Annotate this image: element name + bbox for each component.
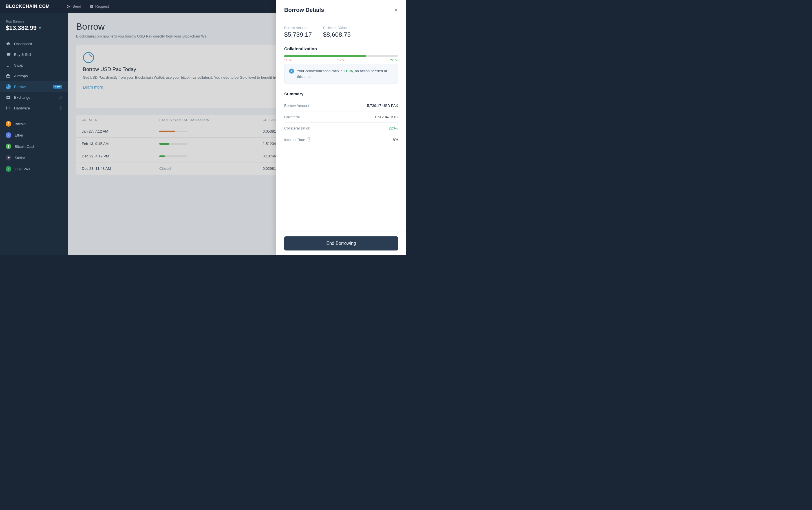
summary-interest-value: 8% <box>393 138 398 142</box>
row2-status <box>159 143 263 145</box>
row3-created: Dec 29, 4:19 PM <box>82 154 159 158</box>
panel-footer: End Borrowing <box>276 232 406 255</box>
sidebar: Total Balance $13,382.99 ▾ Dashboard Buy… <box>0 13 68 255</box>
summary-collat-label: Collateralization <box>284 126 310 130</box>
hardware-icon <box>6 106 11 111</box>
collateral-value-label: Collateral Value <box>323 26 351 30</box>
sidebar-item-bitcoin-cash[interactable]: $ Bitcoin Cash <box>0 141 68 152</box>
collateralization-section-title: Collateralization <box>284 46 398 51</box>
collat-bar-bg <box>284 55 398 57</box>
borrow-amount-block: Borrow Amount $5,739.17 <box>284 26 312 38</box>
summary-row-collateralization: Collateralization 220% <box>284 123 398 134</box>
detail-panel: Borrow Details ✕ Borrow Amount $5,739.17… <box>276 0 406 255</box>
summary-collat-value: 220% <box>389 126 398 130</box>
progress-bar-fill <box>159 143 169 145</box>
summary-borrow-value: 5,739.17 USD PAX <box>367 104 398 108</box>
col-status: Status / Collateralization <box>159 118 263 121</box>
balance-value: $13,382.99 ▾ <box>6 24 62 32</box>
sidebar-item-hardware[interactable]: Hardware ⓘ <box>0 103 68 113</box>
sidebar-item-usd-pax[interactable]: ○ USD PAX <box>0 163 68 175</box>
interest-help-icon[interactable]: ? <box>307 137 311 142</box>
progress-bar-fill <box>159 155 165 157</box>
bitcoin-cash-icon: $ <box>6 144 11 149</box>
summary-section-title: Summary <box>284 91 398 96</box>
hardware-info-icon: ⓘ <box>59 106 62 111</box>
swap-icon <box>6 63 11 68</box>
sidebar-item-stellar[interactable]: ✦ Stellar <box>0 152 68 163</box>
sidebar-item-swap[interactable]: Swap <box>0 60 68 70</box>
stellar-icon: ✦ <box>6 155 11 161</box>
amounts-row: Borrow Amount $5,739.17 Collateral Value… <box>284 26 398 38</box>
borrow-amount-value: $5,739.17 <box>284 31 312 38</box>
panel-header: Borrow Details ✕ <box>276 0 406 19</box>
sidebar-divider <box>0 116 68 116</box>
nav-divider <box>58 3 58 10</box>
send-button[interactable]: Send <box>67 4 81 8</box>
new-badge: NEW <box>53 85 62 89</box>
row1-created: Jan 27, 7:12 AM <box>82 129 159 134</box>
row4-created: Dec 23, 11:48 AM <box>82 166 159 171</box>
collat-ratio-value: 213% <box>343 69 353 73</box>
svg-point-0 <box>84 53 94 63</box>
collat-info-box: i Your collateralization ratio is 213%, … <box>284 64 398 84</box>
col-created: Created <box>82 118 159 121</box>
collateral-value-display: $8,608.75 <box>323 31 351 38</box>
collat-info-text: Your collateralization ratio is 213%, no… <box>297 68 393 79</box>
sidebar-item-exchange[interactable]: Exchange ⓘ <box>0 92 68 103</box>
promo-icon <box>83 52 94 63</box>
sidebar-item-dashboard[interactable]: Dashboard <box>0 38 68 49</box>
panel-title: Borrow Details <box>284 7 324 13</box>
main-layout: Total Balance $13,382.99 ▾ Dashboard Buy… <box>0 13 406 255</box>
sidebar-nav: Dashboard Buy & Sell Swap Airdrops <box>0 38 68 175</box>
sidebar-item-bitcoin[interactable]: ₿ Bitcoin <box>0 118 68 130</box>
row2-created: Feb 13, 9:45 AM <box>82 142 159 146</box>
close-button[interactable]: ✕ <box>394 8 398 13</box>
borrow-amount-label: Borrow Amount <box>284 26 312 30</box>
summary-collateral-value: 1.512047 BTC <box>374 115 398 119</box>
sidebar-item-buysell[interactable]: Buy & Sell <box>0 49 68 60</box>
end-borrowing-button[interactable]: End Borrowing <box>284 236 398 251</box>
send-icon <box>67 4 71 8</box>
cart-icon <box>6 52 11 57</box>
balance-section: Total Balance $13,382.99 ▾ <box>0 18 68 36</box>
info-circle-icon: i <box>289 68 294 74</box>
exchange-icon <box>6 95 11 100</box>
bitcoin-icon: ₿ <box>6 121 11 126</box>
progress-bar-fill <box>159 131 175 132</box>
collat-bar-fill <box>284 55 366 57</box>
summary-section: Borrow Amount 5,739.17 USD PAX Collatera… <box>284 100 398 145</box>
request-button[interactable]: Request <box>90 4 109 8</box>
summary-interest-label: Interest Rate ? <box>284 137 311 142</box>
marker-150: 150% <box>337 58 345 62</box>
summary-row-interest: Interest Rate ? 8% <box>284 134 398 145</box>
ether-icon: Ξ <box>6 132 11 138</box>
row4-status: Closed <box>159 166 263 171</box>
sidebar-item-borrow[interactable]: Borrow NEW <box>0 81 68 92</box>
sidebar-item-airdrops[interactable]: Airdrops <box>0 70 68 81</box>
logo: BLOCKCHAIN.COM <box>6 4 50 9</box>
summary-row-borrow-amount: Borrow Amount 5,739.17 USD PAX <box>284 100 398 111</box>
gift-icon <box>6 73 11 78</box>
collat-markers: 110% 150% 220% <box>284 58 398 62</box>
collateral-value-block: Collateral Value $8,608.75 <box>323 26 351 38</box>
summary-row-collateral: Collateral 1.512047 BTC <box>284 111 398 123</box>
request-icon <box>90 4 94 8</box>
balance-label: Total Balance <box>6 20 62 23</box>
panel-body: Borrow Amount $5,739.17 Collateral Value… <box>276 19 406 232</box>
usd-pax-icon: ○ <box>6 166 11 172</box>
summary-borrow-label: Borrow Amount <box>284 104 309 108</box>
borrow-icon <box>6 84 11 89</box>
balance-chevron-icon[interactable]: ▾ <box>39 26 41 30</box>
exchange-info-icon: ⓘ <box>59 95 62 100</box>
home-icon <box>6 41 11 46</box>
sidebar-item-ether[interactable]: Ξ Ether <box>0 130 68 141</box>
row3-status <box>159 155 263 157</box>
summary-collateral-label: Collateral <box>284 115 300 119</box>
marker-110: 110% <box>284 58 292 62</box>
row1-status <box>159 131 263 132</box>
collateralization-bar-wrapper: 110% 150% 220% <box>284 55 398 62</box>
marker-220: 220% <box>390 58 398 62</box>
